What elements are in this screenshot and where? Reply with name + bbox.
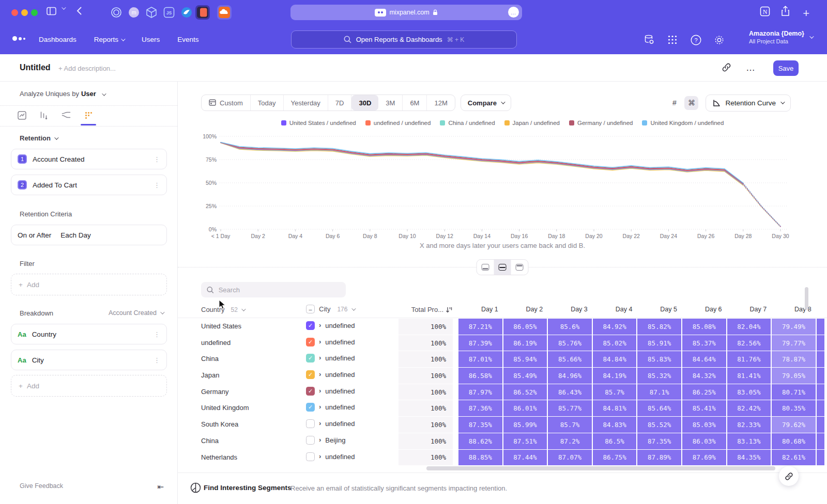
retention-cell[interactable]: 87.2% <box>548 433 592 449</box>
kebab-menu-icon[interactable]: ⋮ <box>154 155 160 163</box>
retention-cell[interactable]: 82.04% <box>727 319 771 335</box>
retention-cell[interactable]: 86.05% <box>503 319 547 335</box>
retention-cell[interactable]: 86.25% <box>682 384 726 400</box>
legend-item[interactable]: Japan / undefined <box>504 120 560 126</box>
kebab-menu-icon[interactable]: ⋮ <box>154 356 160 364</box>
range-today[interactable]: Today <box>251 95 284 111</box>
retention-cell[interactable]: 82.61% <box>772 450 816 466</box>
nav-item-reports[interactable]: Reports <box>94 36 124 43</box>
url-more-icon[interactable]: … <box>508 7 519 18</box>
retention-cell[interactable]: 85.77% <box>548 400 592 416</box>
compare-button[interactable]: Compare <box>461 94 511 111</box>
nav-item-users[interactable]: Users <box>142 36 160 43</box>
tab-funnels[interactable] <box>37 106 51 124</box>
settings-gear-icon[interactable] <box>712 33 726 47</box>
floating-share-button[interactable] <box>779 466 799 486</box>
legend-item[interactable]: undefined / undefined <box>365 120 431 126</box>
retention-cell[interactable]: 79.62% <box>772 417 816 433</box>
column-header-day-4[interactable]: Day 4 <box>593 306 637 313</box>
column-header-day-1[interactable]: Day 1 <box>458 306 502 313</box>
retention-cell[interactable]: 86.19% <box>503 335 547 351</box>
kebab-menu-icon[interactable]: ⋮ <box>154 181 160 189</box>
global-search[interactable]: Open Reports & Dashboards ⌘ + K <box>291 30 517 49</box>
tab-flows[interactable] <box>59 106 73 124</box>
chevron-right-icon[interactable]: › <box>319 436 321 444</box>
retention-cell[interactable]: 87.51% <box>503 433 547 449</box>
retention-cell[interactable]: 86.75% <box>593 450 637 466</box>
help-icon[interactable]: ? <box>688 33 703 47</box>
retention-cell[interactable]: 88.62% <box>458 433 502 449</box>
retention-cell[interactable]: 85.76% <box>548 335 592 351</box>
range-3m[interactable]: 3M <box>378 95 403 111</box>
retention-cell[interactable]: 83.05% <box>727 384 771 400</box>
retention-cell[interactable]: 86.03% <box>682 433 726 449</box>
retention-cell[interactable]: 87.1% <box>637 384 681 400</box>
retention-cell[interactable]: 86.43% <box>548 384 592 400</box>
give-feedback-link[interactable]: Give Feedback <box>20 482 63 490</box>
retention-cell[interactable]: 85.94% <box>503 351 547 367</box>
criteria-each-day[interactable]: Each Day <box>60 231 91 239</box>
retention-cell[interactable]: 79.77% <box>772 335 816 351</box>
layout-table-focus[interactable] <box>511 260 528 275</box>
retention-cell[interactable]: 80.71% <box>772 384 816 400</box>
retention-cell[interactable]: 81.41% <box>727 368 771 384</box>
url-bar[interactable]: mixpanel.com … <box>290 5 522 20</box>
retention-cell[interactable]: 87.97% <box>458 384 502 400</box>
retention-cell[interactable]: 80.68% <box>772 433 816 449</box>
chevron-right-icon[interactable]: › <box>319 370 321 378</box>
close-window-button[interactable] <box>11 9 18 16</box>
retention-cell[interactable]: 87.01% <box>458 351 502 367</box>
retention-cell[interactable]: 84.64% <box>682 351 726 367</box>
cube-icon[interactable] <box>144 5 159 20</box>
zoom-window-button[interactable] <box>31 9 38 16</box>
retention-cell[interactable]: 84.96% <box>548 368 592 384</box>
chevron-right-icon[interactable]: › <box>319 338 321 345</box>
step-card-account-created[interactable]: 1 Account Created ⋮ <box>11 149 167 169</box>
retention-cell[interactable]: 85.32% <box>637 368 681 384</box>
retention-cell[interactable]: 87.07% <box>548 450 592 466</box>
retention-cell[interactable]: 85.83% <box>637 351 681 367</box>
nav-item-dashboards[interactable]: Dashboards <box>39 36 76 43</box>
analyze-uniques-row[interactable]: Analyze Uniques byUser <box>20 90 105 98</box>
retention-cell[interactable]: 84.35% <box>727 450 771 466</box>
retention-cell[interactable]: 87.21% <box>458 319 502 335</box>
page-title[interactable]: Untitled <box>20 63 51 72</box>
kebab-menu-icon[interactable]: ⋮ <box>154 330 160 338</box>
save-button[interactable]: Save <box>773 60 799 76</box>
chevron-right-icon[interactable]: › <box>319 387 321 395</box>
column-header-city[interactable]: – City176 <box>306 305 355 313</box>
row-checkbox[interactable] <box>306 452 315 461</box>
command-icon[interactable]: ⌘ <box>684 96 698 110</box>
retention-cell[interactable]: 85.02% <box>593 335 637 351</box>
row-checkbox[interactable]: ✓ <box>306 403 315 412</box>
new-tab-icon[interactable]: + <box>803 7 809 20</box>
retention-section-label[interactable]: Retention <box>20 134 57 142</box>
retention-cell[interactable]: 82.33% <box>727 417 771 433</box>
retention-cell[interactable]: 85.7% <box>593 384 637 400</box>
step-card-added-to-cart[interactable]: 2 Added To Cart ⋮ <box>11 175 167 195</box>
horizontal-scrollbar[interactable] <box>426 466 775 470</box>
breakdown-event-selector[interactable]: Account Created <box>109 309 163 317</box>
mixpanel-logo[interactable] <box>12 36 25 41</box>
minimize-window-button[interactable] <box>21 9 28 16</box>
row-checkbox[interactable]: ✓ <box>306 370 315 379</box>
retention-cell[interactable]: 87.35% <box>637 433 681 449</box>
breakdown-card-city[interactable]: Aa City ⋮ <box>11 350 167 370</box>
collapse-sidebar-icon[interactable]: ⇤ <box>157 482 164 492</box>
more-menu-icon[interactable]: … <box>746 62 756 73</box>
retention-cell[interactable]: 87.89% <box>637 450 681 466</box>
column-header-day-2[interactable]: Day 2 <box>503 306 547 313</box>
column-header-day-8[interactable]: Day 8 <box>772 306 816 313</box>
retention-cell[interactable]: 85.37% <box>682 335 726 351</box>
retention-cell[interactable]: 85.7% <box>548 417 592 433</box>
column-header-day-7[interactable]: Day 7 <box>727 306 771 313</box>
retention-cell[interactable]: 86.01% <box>503 400 547 416</box>
retention-cell[interactable]: 81.76% <box>727 351 771 367</box>
breakdown-card-country[interactable]: Aa Country ⋮ <box>11 324 167 344</box>
retention-cell[interactable]: 85.82% <box>637 319 681 335</box>
retention-cell[interactable]: 86.58% <box>458 368 502 384</box>
select-all-checkbox[interactable]: – <box>306 305 315 313</box>
retention-cell[interactable]: 85.66% <box>548 351 592 367</box>
legend-item[interactable]: Germany / undefined <box>569 120 633 126</box>
find-segments-link[interactable]: Find Interesting Segments <box>204 484 292 492</box>
